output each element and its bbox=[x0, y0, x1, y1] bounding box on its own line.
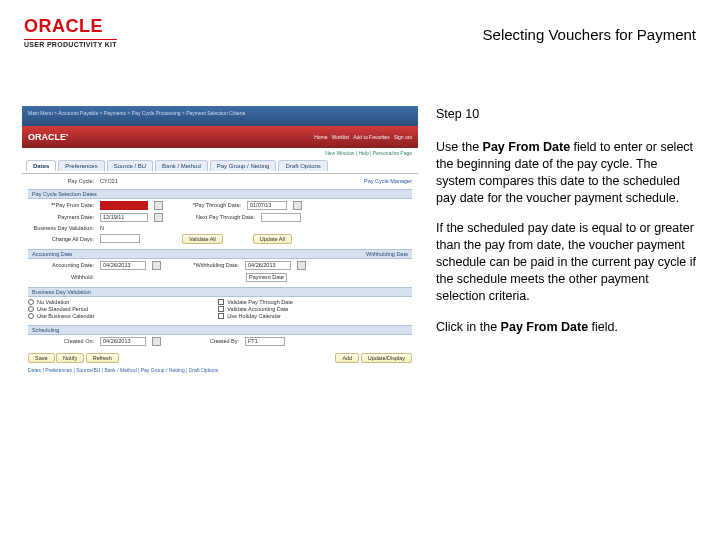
footer-tab-links[interactable]: Dates | Preferences | Source/BU | Bank /… bbox=[22, 364, 418, 376]
step-label: Step 10 bbox=[436, 106, 696, 123]
link-home[interactable]: Home bbox=[314, 134, 327, 140]
brand-bar: ORACLE' Home Worklist Add to Favorites S… bbox=[22, 126, 418, 148]
instruction-para-2: If the scheduled pay date is equal to or… bbox=[436, 220, 696, 304]
subbar: New Window | Help | Personalize Page bbox=[22, 148, 418, 158]
tab-dates[interactable]: Dates bbox=[26, 160, 56, 171]
breadcrumb: Main Menu > Accounts Payable > Payments … bbox=[22, 106, 418, 120]
pay-cycle-label: Pay Cycle: bbox=[28, 178, 94, 184]
section-selection-dates: Pay Cycle Selection Dates bbox=[28, 189, 412, 199]
logo-sub: USER PRODUCTIVITY KIT bbox=[24, 39, 117, 48]
calendar-icon[interactable] bbox=[154, 213, 163, 222]
created-by-label: Created By: bbox=[167, 338, 239, 344]
pay-through-date-label: *Pay Through Date: bbox=[169, 202, 241, 208]
payment-date-label: Payment Date: bbox=[28, 214, 94, 220]
pay-through-date-field[interactable]: 01/07/13 bbox=[247, 201, 287, 210]
tab-strip: Dates Preferences Source / BU Bank / Met… bbox=[22, 158, 418, 174]
created-by-field[interactable]: FT1 bbox=[245, 337, 285, 346]
link-favorites[interactable]: Add to Favorites bbox=[353, 134, 389, 140]
update-display-button[interactable]: Update/Display bbox=[361, 353, 412, 363]
refresh-button[interactable]: Refresh bbox=[86, 353, 119, 363]
calendar-icon[interactable] bbox=[152, 261, 161, 270]
tab-draft[interactable]: Draft Options bbox=[278, 160, 327, 171]
section-scheduling: Scheduling bbox=[28, 325, 412, 335]
bd-validation-value: N bbox=[100, 225, 104, 231]
add-button[interactable]: Add bbox=[335, 353, 359, 363]
change-all-label: Change All Days: bbox=[28, 236, 94, 242]
bd-validation-label: Business Day Validation: bbox=[28, 225, 94, 231]
oracle-logo: ORACLE USER PRODUCTIVITY KIT bbox=[24, 16, 117, 48]
logo-brand: ORACLE bbox=[24, 16, 117, 37]
nav-bar: Main Menu > Accounts Payable > Payments … bbox=[22, 106, 418, 126]
instruction-para-3: Click in the Pay From Date field. bbox=[436, 319, 696, 336]
withhold-select[interactable]: Payment Date bbox=[246, 273, 287, 282]
instruction-para-1: Use the Pay From Date field to enter or … bbox=[436, 139, 696, 207]
tab-bank[interactable]: Bank / Method bbox=[155, 160, 208, 171]
calendar-icon[interactable] bbox=[152, 337, 161, 346]
tab-source[interactable]: Source / BU bbox=[107, 160, 153, 171]
link-worklist[interactable]: Worklist bbox=[332, 134, 350, 140]
link-signout[interactable]: Sign out bbox=[394, 134, 412, 140]
calendar-icon[interactable] bbox=[293, 201, 302, 210]
created-on-label: Created On: bbox=[28, 338, 94, 344]
section-bd-validation: Business Day Validation bbox=[28, 287, 412, 297]
pay-cycle-value: CYC01 bbox=[100, 178, 118, 184]
save-button[interactable]: Save bbox=[28, 353, 55, 363]
accounting-date-label: Accounting Date: bbox=[28, 262, 94, 268]
pay-from-date-field[interactable] bbox=[100, 201, 148, 210]
withhold-label: Withhold: bbox=[28, 274, 94, 280]
section-accounting: Accounting DateWithholding Date bbox=[28, 249, 412, 259]
accounting-date-field[interactable]: 04/26/2013 bbox=[100, 261, 146, 270]
pay-from-date-label: **Pay From Date: bbox=[28, 202, 94, 208]
brand-text: ORACLE' bbox=[28, 132, 68, 142]
withholding-date-label: *Withholding Date: bbox=[167, 262, 239, 268]
next-pay-through-label: Next Pay Through Date: bbox=[169, 214, 255, 220]
check-holiday-calendar[interactable]: Use Holiday Calendar bbox=[218, 313, 281, 319]
next-pay-through-field[interactable] bbox=[261, 213, 301, 222]
calendar-icon[interactable] bbox=[154, 201, 163, 210]
payment-date-field[interactable]: 12/19/11 bbox=[100, 213, 148, 222]
notify-button[interactable]: Notify bbox=[56, 353, 84, 363]
calendar-icon[interactable] bbox=[297, 261, 306, 270]
check-accounting-date[interactable]: Validate Accounting Date bbox=[218, 306, 288, 312]
validate-all-button[interactable]: Validate All bbox=[182, 234, 223, 244]
app-screenshot: Main Menu > Accounts Payable > Payments … bbox=[22, 106, 418, 384]
radio-no-validation[interactable]: No Validation bbox=[28, 299, 69, 305]
update-all-button[interactable]: Update All bbox=[253, 234, 292, 244]
page-title: Selecting Vouchers for Payment bbox=[483, 26, 696, 43]
pay-cycle-manager-link[interactable]: Pay Cycle Manager bbox=[364, 178, 412, 184]
tab-preferences[interactable]: Preferences bbox=[58, 160, 104, 171]
withholding-date-field[interactable]: 04/26/2013 bbox=[245, 261, 291, 270]
tab-paygroup[interactable]: Pay Group / Netting bbox=[210, 160, 277, 171]
radio-business-calendar[interactable]: Use Business Calendar bbox=[28, 313, 94, 319]
change-all-field[interactable] bbox=[100, 234, 140, 243]
radio-standard-period[interactable]: Use Standard Period bbox=[28, 306, 88, 312]
check-pay-through[interactable]: Validate Pay Through Date bbox=[218, 299, 293, 305]
instruction-panel: Step 10 Use the Pay From Date field to e… bbox=[436, 106, 696, 350]
created-on-field[interactable]: 04/26/2013 bbox=[100, 337, 146, 346]
